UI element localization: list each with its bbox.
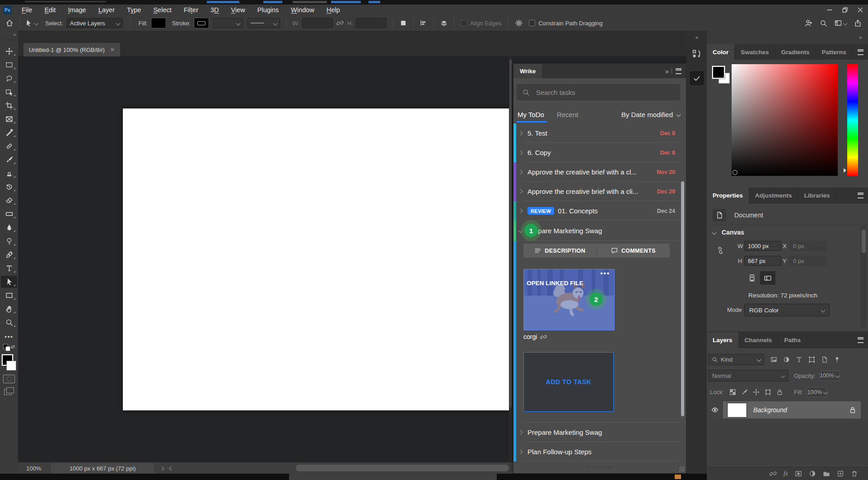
filter-type-layers-icon[interactable]: [796, 356, 803, 363]
add-mask-icon[interactable]: [795, 470, 802, 477]
collapse-dock-icon[interactable]: »: [859, 34, 862, 41]
wrike-panel-button[interactable]: [690, 71, 704, 85]
filter-shape-layers-icon[interactable]: [808, 356, 815, 363]
document-info[interactable]: 1000 px x 667 px (72 ppi): [51, 463, 154, 473]
share-icon[interactable]: [854, 19, 862, 27]
tool-marquee[interactable]: [1, 59, 17, 71]
canvas-vertical-scrollbar[interactable]: [509, 57, 512, 462]
hue-marker[interactable]: [844, 168, 846, 173]
tab-patterns[interactable]: Patterns: [816, 44, 853, 60]
select-mode-dropdown[interactable]: Active Layers: [67, 18, 123, 28]
new-layer-icon[interactable]: [837, 470, 844, 477]
path-arrangement-icon[interactable]: [440, 19, 448, 27]
layer-thumbnail[interactable]: [728, 403, 747, 417]
foreground-background-swatches[interactable]: [1, 354, 17, 371]
path-alignment-icon[interactable]: [420, 19, 427, 27]
share-user-icon[interactable]: [804, 19, 812, 27]
add-to-task-dropzone[interactable]: ADD TO TASK: [523, 352, 614, 412]
tab-layers[interactable]: Layers: [707, 332, 739, 348]
tool-object-selection[interactable]: [1, 86, 17, 98]
layer-name[interactable]: Background: [753, 406, 787, 414]
blend-mode-dropdown[interactable]: Normal: [708, 370, 789, 381]
lock-position-icon[interactable]: [753, 389, 760, 395]
tool-hand[interactable]: [1, 303, 17, 315]
task-row[interactable]: Approve the creative brief with a cli...…: [513, 182, 686, 201]
filter-toggle-icon[interactable]: [834, 356, 840, 363]
menu-plugins[interactable]: Plugins: [257, 6, 279, 14]
tab-adjustments[interactable]: Adjustments: [749, 188, 798, 203]
link-dimensions-icon[interactable]: [717, 247, 724, 258]
task-row-expanded[interactable]: 1 Prepare Marketing Swag: [513, 221, 686, 241]
chevron-down-icon[interactable]: [518, 229, 523, 233]
tab-channels[interactable]: Channels: [739, 332, 779, 348]
tool-dodge[interactable]: [1, 235, 17, 247]
gear-icon[interactable]: [515, 19, 523, 27]
collapse-panel-icon[interactable]: »: [665, 67, 668, 75]
visibility-eye-icon[interactable]: [711, 406, 719, 414]
new-group-icon[interactable]: [823, 470, 830, 477]
foreground-color[interactable]: [712, 66, 725, 79]
open-linked-file-overlay[interactable]: OPEN LINKED FILE: [524, 278, 586, 289]
tool-gradient[interactable]: [1, 208, 17, 220]
tool-eraser[interactable]: [1, 194, 17, 207]
tool-path-selection[interactable]: [1, 276, 17, 288]
tool-eyedropper[interactable]: [1, 127, 17, 139]
chevron-right-icon[interactable]: [518, 450, 523, 454]
tab-swatches[interactable]: Swatches: [735, 44, 775, 60]
close-button[interactable]: [853, 5, 868, 15]
screen-mode-icon[interactable]: [4, 387, 14, 395]
tab-color[interactable]: Color: [707, 44, 735, 60]
search-input[interactable]: [535, 88, 675, 97]
constrain-path-checkbox[interactable]: Constrain Path Dragging: [529, 20, 602, 27]
layer-effects-button[interactable]: fx: [784, 470, 788, 477]
tab-libraries[interactable]: Libraries: [798, 188, 836, 203]
task-row[interactable]: REVIEW01. ConceptsDec 24: [513, 201, 686, 221]
menu-layer[interactable]: Layer: [98, 6, 115, 14]
tool-healing[interactable]: [1, 140, 17, 152]
minimize-button[interactable]: [822, 5, 837, 15]
hue-strip[interactable]: [847, 64, 858, 176]
menu-select[interactable]: Select: [153, 6, 171, 14]
layer-row[interactable]: Background: [707, 401, 861, 419]
new-adjustment-icon[interactable]: [809, 470, 816, 477]
shape-width-field[interactable]: [302, 18, 333, 28]
chevron-right-icon[interactable]: [518, 131, 523, 136]
canvas-section-header[interactable]: Canvas: [713, 229, 744, 236]
close-tab-icon[interactable]: ✕: [110, 47, 115, 53]
task-row[interactable]: 6. CopyDec 8: [513, 143, 686, 162]
chevron-right-icon[interactable]: [518, 430, 523, 435]
lock-transparent-icon[interactable]: [729, 389, 736, 395]
tool-type[interactable]: [1, 262, 17, 274]
lock-pixels-icon[interactable]: [741, 389, 748, 395]
lock-artboard-icon[interactable]: [765, 389, 771, 395]
tab-paths[interactable]: Paths: [778, 332, 807, 348]
task-row[interactable]: Prepare Marketing Swag: [513, 423, 686, 442]
collapse-dock-icon[interactable]: «: [695, 34, 698, 41]
menu-help[interactable]: Help: [327, 6, 340, 14]
zoom-level-field[interactable]: 100%: [26, 465, 41, 472]
attachment-thumbnail[interactable]: OPEN LINKED FILE ••• 2: [523, 269, 615, 330]
task-row[interactable]: Approve the creative brief with a cl...N…: [513, 162, 686, 182]
chevron-right-icon[interactable]: [518, 170, 523, 174]
shape-height-field[interactable]: [356, 18, 387, 28]
menu-view[interactable]: View: [231, 6, 245, 14]
collapse-tools-icon[interactable]: »: [13, 32, 15, 37]
comments-button[interactable]: COMMENTS: [597, 244, 670, 258]
workspace-switcher[interactable]: [835, 19, 847, 27]
link-icon[interactable]: [540, 334, 547, 340]
color-selector-ring[interactable]: [733, 170, 737, 175]
task-row[interactable]: 5. TestDec 8: [513, 123, 686, 143]
canvas-width-field[interactable]: 1000 px: [744, 241, 781, 251]
filter-pixel-layers-icon[interactable]: [770, 356, 777, 363]
tool-zoom[interactable]: [1, 316, 17, 329]
sort-dropdown[interactable]: By Date modified: [621, 111, 680, 118]
canvas-height-field[interactable]: 667 px: [744, 256, 781, 266]
chevron-right-icon[interactable]: [518, 209, 523, 213]
wrike-panel-tab[interactable]: Wrike: [513, 64, 542, 78]
tab-properties[interactable]: Properties: [707, 188, 749, 203]
task-row[interactable]: Plan Follow-up Steps: [513, 442, 686, 461]
saturation-brightness-map[interactable]: [732, 64, 838, 176]
status-prev-icon[interactable]: [169, 466, 174, 471]
menu-3d[interactable]: 3D: [210, 6, 219, 14]
menu-image[interactable]: Image: [68, 6, 86, 14]
